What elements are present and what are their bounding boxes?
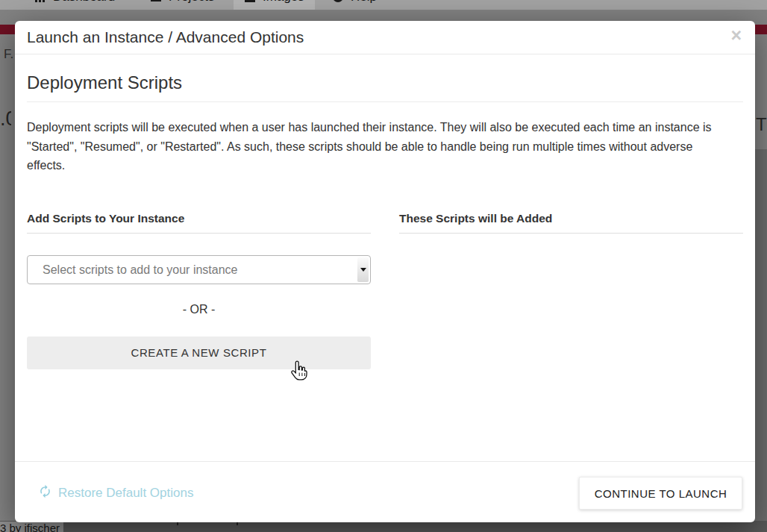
modal-footer: Restore Default Options CONTINUE TO LAUN… bbox=[15, 461, 755, 522]
section-heading: Deployment Scripts bbox=[27, 72, 743, 102]
background-footer-text: 3 by jfischer bbox=[0, 522, 63, 532]
background-footer-band bbox=[0, 521, 767, 532]
close-icon[interactable]: × bbox=[727, 22, 745, 48]
section-description: Deployment scripts will be executed when… bbox=[27, 118, 722, 175]
nav-label: Help bbox=[351, 0, 377, 4]
modal-body: Deployment Scripts Deployment scripts wi… bbox=[15, 72, 755, 369]
clipped-background-text: .0 bbox=[0, 107, 11, 131]
refresh-icon bbox=[38, 484, 52, 502]
script-select-placeholder: Select scripts to add to your instance bbox=[43, 256, 237, 284]
top-nav: Dashboard Projects Images ? Help bbox=[0, 0, 767, 10]
create-script-button[interactable]: CREATE A NEW SCRIPT bbox=[27, 337, 371, 369]
nav-item-images[interactable]: Images bbox=[234, 0, 315, 10]
nav-label: Dashboard bbox=[53, 0, 115, 4]
restore-defaults-button[interactable]: Restore Default Options bbox=[38, 484, 193, 502]
restore-defaults-label: Restore Default Options bbox=[58, 486, 193, 501]
nav-item-dashboard[interactable]: Dashboard bbox=[34, 0, 115, 10]
continue-to-launch-button[interactable]: CONTINUE TO LAUNCH bbox=[579, 477, 742, 510]
add-scripts-heading: Add Scripts to Your Instance bbox=[27, 212, 371, 234]
nav-label: Images bbox=[263, 0, 304, 4]
nav-label: Projects bbox=[169, 0, 214, 4]
chevron-down-icon bbox=[357, 257, 369, 282]
folder-icon bbox=[150, 0, 162, 3]
added-scripts-heading: These Scripts will be Added bbox=[399, 212, 743, 234]
or-separator: - OR - bbox=[27, 303, 371, 316]
add-scripts-column: Add Scripts to Your Instance Select scri… bbox=[27, 212, 371, 369]
script-select[interactable]: Select scripts to add to your instance bbox=[27, 255, 371, 284]
added-scripts-column: These Scripts will be Added bbox=[399, 212, 743, 369]
modal-title: Launch an Instance / Advanced Options bbox=[27, 28, 304, 46]
scripts-columns: Add Scripts to Your Instance Select scri… bbox=[27, 212, 743, 369]
background-panel bbox=[755, 149, 767, 532]
help-circle-icon: ? bbox=[332, 0, 344, 3]
image-icon bbox=[244, 0, 256, 3]
bar-chart-icon bbox=[34, 0, 46, 3]
svg-text:?: ? bbox=[336, 0, 340, 1]
nav-item-help[interactable]: ? Help bbox=[332, 0, 377, 10]
modal-header: Launch an Instance / Advanced Options × bbox=[15, 21, 755, 54]
clipped-background-text: F. bbox=[4, 47, 13, 62]
clipped-background-text: TO bbox=[756, 114, 767, 135]
advanced-options-modal: Launch an Instance / Advanced Options × … bbox=[15, 21, 755, 522]
nav-item-projects[interactable]: Projects bbox=[150, 0, 214, 10]
